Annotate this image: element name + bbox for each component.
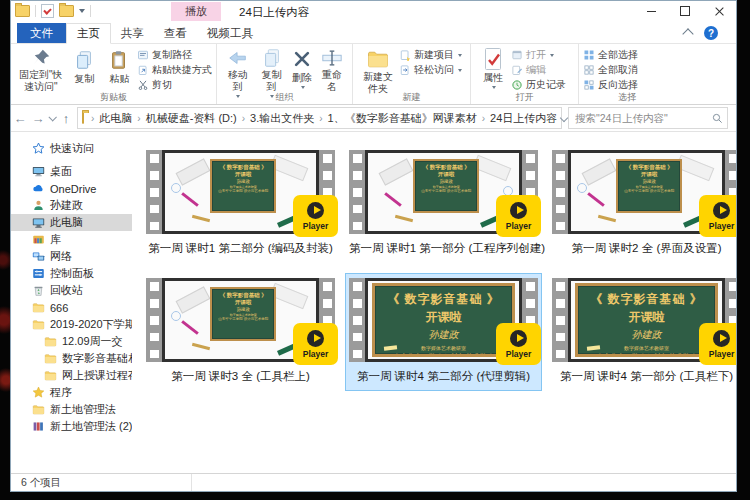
ribbon-group-clipboard: 固定到"快速访问" 复制 粘贴 复制路径 — [11, 44, 217, 104]
help-icon[interactable] — [704, 26, 718, 40]
sidebar-item-control-panel[interactable]: 控制面板 — [11, 265, 132, 282]
video-item-6[interactable]: 《 数字影音基础 》 开课啦 孙建政 数字媒体艺术教研室 山东华宇工学院 设计与… — [548, 273, 736, 391]
control-panel-icon — [31, 267, 45, 281]
button-label: 轻松访问 — [414, 63, 454, 77]
history-button[interactable]: 历史记录 — [511, 78, 566, 92]
sidebar-item-label: 网络 — [50, 249, 72, 264]
sidebar-item-folder-digital-av[interactable]: 数字影音基础相关 — [11, 350, 132, 367]
open-button[interactable]: 打开 — [511, 48, 566, 62]
cloud-icon — [31, 182, 45, 196]
video-item-4[interactable]: 《 数字影音基础 》 开课啦 孙建政 数字媒体艺术教研室 山东华宇工学院 设计与… — [142, 273, 339, 391]
sidebar-item-label: 桌面 — [50, 164, 72, 179]
new-item-button[interactable]: 新建项目 — [399, 48, 462, 62]
search-icon[interactable] — [712, 113, 723, 124]
breadcrumb[interactable]: 此电脑 机械硬盘-资料 (D:) 3.输出文件夹 1、《数字影音基础》网课素材 … — [77, 107, 562, 129]
video-thumbnail: 《 数字影音基础 》 开课啦 孙建政 数字媒体艺术教研室 山东华宇工学院 设计与… — [349, 150, 538, 234]
video-item-5-selected[interactable]: 《 数字影音基础 》 开课啦 孙建政 数字媒体艺术教研室 山东华宇工学院 设计与… — [345, 273, 542, 391]
sidebar-item-this-pc[interactable]: 此电脑 — [11, 214, 132, 231]
cut-button[interactable]: 剪切 — [137, 78, 212, 92]
search-input[interactable] — [573, 111, 712, 125]
sidebar-item-folder-666[interactable]: 666 — [11, 299, 132, 316]
divider — [191, 474, 192, 491]
button-label: 打开 — [526, 48, 546, 62]
paste-shortcut-button[interactable]: 粘贴快捷方式 — [137, 63, 212, 77]
contextual-tab-group-play[interactable]: 播放 — [171, 2, 221, 21]
video-item-2[interactable]: 《 数字影音基础 》 开课啦 孙建政 数字媒体艺术教研室 山东华宇工学院 设计与… — [345, 145, 542, 263]
video-item-1[interactable]: 《 数字影音基础 》 开课啦 孙建政 数字媒体艺术教研室 山东华宇工学院 设计与… — [142, 145, 339, 263]
up-icon[interactable]: ↑ — [57, 111, 75, 126]
folder-icon[interactable] — [15, 5, 30, 17]
file-name[interactable]: 第一周 课时3 全 (工具栏上) — [146, 369, 335, 384]
invert-selection-button[interactable]: 反向选择 — [583, 78, 638, 92]
sidebar-item-folder-online-class[interactable]: 网上授课过程存留 — [11, 367, 132, 384]
select-none-button[interactable]: 全部取消 — [583, 63, 638, 77]
sidebar-item-archive-land-law-2[interactable]: 新土地管理法 (2) — [11, 418, 132, 435]
copy-path-button[interactable]: 复制路径 — [137, 48, 212, 62]
crumb-course-material[interactable]: 1、《数字影音基础》网课素材 — [326, 111, 479, 126]
copy-to-button[interactable]: 复制到 — [255, 46, 289, 92]
tab-file[interactable]: 文件 — [17, 23, 66, 43]
crumb-separator — [134, 113, 143, 124]
tab-view[interactable]: 查看 — [154, 23, 197, 43]
file-name[interactable]: 第一周 课时4 第二部分 (代理剪辑) — [349, 369, 538, 384]
sidebar-item-folder-2019-2020[interactable]: 2019-2020下学期 — [11, 316, 132, 333]
filmstrip-sprockets — [552, 150, 568, 234]
minimize-button[interactable] — [634, 1, 668, 21]
crumb-current-folder[interactable]: 24日上传内容 — [488, 111, 559, 126]
tab-home[interactable]: 主页 — [66, 23, 111, 44]
sidebar-item-label: 回收站 — [50, 283, 83, 298]
tab-video-tools[interactable]: 视频工具 — [197, 23, 263, 43]
move-to-icon — [227, 47, 249, 69]
sidebar-item-user[interactable]: 孙建政 — [11, 197, 132, 214]
sidebar-item-quick-access[interactable]: 快速访问 — [11, 140, 132, 157]
maximize-button[interactable] — [668, 1, 702, 21]
crumb-drive-d[interactable]: 机械硬盘-资料 (D:) — [144, 111, 239, 126]
maximize-icon — [680, 6, 690, 16]
delete-button[interactable]: 删除 — [288, 46, 316, 92]
file-name[interactable]: 第一周 课时1 第一部分 (工程序列创建) — [349, 241, 538, 256]
file-name[interactable]: 第一周 课时2 全 (界面及设置) — [552, 241, 736, 256]
sidebar-item-recycle-bin[interactable]: 回收站 — [11, 282, 132, 299]
properties-icon[interactable] — [41, 4, 54, 18]
crumb-this-pc[interactable]: 此电脑 — [97, 111, 134, 126]
sidebar-item-libraries[interactable]: 库 — [11, 231, 132, 248]
copy-button[interactable]: 复制 — [67, 46, 102, 92]
paste-button[interactable]: 粘贴 — [102, 46, 137, 92]
ribbon-group-select: 全部选择 全部取消 反向选择 选择 — [579, 44, 675, 104]
file-name[interactable]: 第一周 课时1 第二部分 (编码及封装) — [146, 241, 335, 256]
file-name[interactable]: 第一周 课时4 第一部分 (工具栏下) — [552, 369, 736, 384]
open-icon — [511, 49, 523, 61]
sidebar-item-folder-land-law[interactable]: 新土地管理法 — [11, 401, 132, 418]
move-to-button[interactable]: 移动到 — [221, 46, 255, 92]
new-folder-button[interactable]: 新建文件夹 — [357, 46, 399, 92]
recent-locations-icon[interactable] — [48, 113, 56, 121]
forward-icon[interactable]: → — [29, 111, 47, 126]
easy-access-button[interactable]: 轻松访问 — [399, 63, 462, 77]
tab-share[interactable]: 共享 — [111, 23, 154, 43]
pin-to-quick-access-button[interactable]: 固定到"快速访问" — [15, 46, 67, 92]
select-all-button[interactable]: 全部选择 — [583, 48, 638, 62]
edit-button[interactable]: 编辑 — [511, 63, 566, 77]
sidebar-item-programs[interactable]: 程序 — [11, 384, 132, 401]
file-list: 《 数字影音基础 》 开课啦 孙建政 数字媒体艺术教研室 山东华宇工学院 设计与… — [132, 132, 736, 473]
close-button[interactable] — [702, 1, 736, 21]
rename-button[interactable]: 重命名 — [316, 46, 348, 92]
sidebar-item-desktop[interactable]: 桌面 — [11, 163, 132, 180]
new-folder-icon[interactable] — [59, 5, 74, 17]
chalkboard: 《 数字影音基础 》 开课啦 孙建政 数字媒体艺术教研室 山东华宇工学院 设计与… — [210, 287, 276, 341]
player-badge: Player — [496, 195, 541, 237]
crumb-output-folder[interactable]: 3.输出文件夹 — [248, 111, 316, 126]
title-bar: 播放 24日上传内容 — [11, 1, 736, 23]
ribbon: 固定到"快速访问" 复制 粘贴 复制路径 — [11, 44, 736, 105]
properties-button[interactable]: 属性 — [475, 46, 511, 92]
sidebar-item-label: 网上授课过程存留 — [62, 368, 132, 383]
qat-dropdown-icon[interactable] — [79, 9, 85, 16]
sidebar-item-onedrive[interactable]: OneDrive — [11, 180, 132, 197]
search-box[interactable] — [568, 107, 728, 129]
sidebar-item-network[interactable]: 网络 — [11, 248, 132, 265]
back-icon[interactable]: ← — [11, 111, 29, 126]
video-item-3[interactable]: 《 数字影音基础 》 开课啦 孙建政 数字媒体艺术教研室 山东华宇工学院 设计与… — [548, 145, 736, 263]
sidebar-item-folder-1209[interactable]: 12.09周一交 — [11, 333, 132, 350]
button-label: 复制到 — [258, 69, 286, 92]
video-thumbnail: 《 数字影音基础 》 开课啦 孙建政 数字媒体艺术教研室 山东华宇工学院 设计与… — [349, 278, 538, 362]
